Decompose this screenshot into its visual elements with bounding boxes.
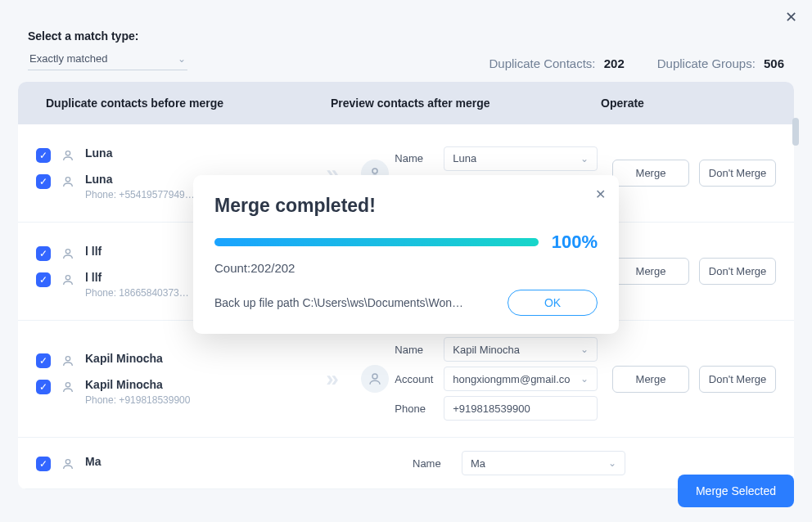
user-icon <box>61 380 75 394</box>
svg-point-1 <box>65 177 70 181</box>
contact-row: ✓ Kapil Minocha Phone: +919818539900 <box>36 373 309 411</box>
checkbox-icon[interactable]: ✓ <box>36 246 51 261</box>
chevron-down-icon: ⌄ <box>580 373 589 385</box>
svg-point-2 <box>372 169 377 173</box>
user-icon <box>61 246 75 261</box>
svg-point-4 <box>65 275 70 279</box>
checkbox-icon[interactable]: ✓ <box>36 174 51 189</box>
group-row: ✓ Kapil Minocha ✓ Kapil Minocha Phone: +… <box>18 321 794 438</box>
user-icon <box>61 174 75 189</box>
contact-row: ✓ Ma <box>36 450 323 476</box>
chevron-down-icon: ⌄ <box>580 153 589 164</box>
match-type-value: Exactly matched <box>29 52 107 65</box>
dont-merge-button[interactable]: Don't Merge <box>699 258 776 285</box>
preview-name-select[interactable]: Luna⌄ <box>444 146 598 171</box>
preview-name-select[interactable]: Kapil Minocha⌄ <box>444 337 598 362</box>
contact-name: Ma <box>85 455 101 468</box>
svg-point-5 <box>65 357 70 361</box>
progress-percent: 100% <box>552 232 598 253</box>
dup-contacts-stat: Duplicate Contacts: 202 <box>489 56 624 70</box>
checkbox-icon[interactable]: ✓ <box>36 148 51 163</box>
svg-point-6 <box>65 383 70 387</box>
chevron-down-icon: ⌄ <box>178 53 186 65</box>
dup-groups-label: Duplicate Groups: <box>657 56 756 70</box>
preview-name-value: Kapil Minocha <box>453 344 520 356</box>
avatar <box>361 365 389 393</box>
svg-point-3 <box>65 249 70 253</box>
user-icon <box>61 148 75 163</box>
preview-account-value: hongxiongmm@gmail.co <box>453 373 570 385</box>
chevron-down-icon: ⌄ <box>608 457 616 469</box>
match-type-label: Select a match type: <box>28 29 784 43</box>
progress-bar <box>214 238 539 246</box>
dup-groups-stat: Duplicate Groups: 506 <box>657 56 784 70</box>
merge-button[interactable]: Merge <box>612 366 689 393</box>
modal-title: Merge completed! <box>214 195 598 217</box>
preview-name-label: Name <box>413 457 462 470</box>
close-icon: ✕ <box>785 9 797 25</box>
contact-name: Luna <box>85 146 112 160</box>
col-preview: Preview contacts after merge <box>331 97 593 110</box>
merge-button[interactable]: Merge <box>612 160 689 187</box>
checkbox-icon[interactable]: ✓ <box>36 353 51 368</box>
window-close-button[interactable]: ✕ <box>785 10 797 25</box>
modal-close-button[interactable]: ✕ <box>595 187 606 202</box>
merge-complete-modal: ✕ Merge completed! 100% Count:202/202 Ba… <box>193 175 619 334</box>
contact-phone: Phone: +55419577949… <box>85 189 195 200</box>
stats: Duplicate Contacts: 202 Duplicate Groups… <box>489 56 784 70</box>
scrollbar[interactable] <box>792 118 799 146</box>
match-type-select[interactable]: Exactly matched ⌄ <box>28 49 187 70</box>
chevron-down-icon: ⌄ <box>580 344 589 355</box>
col-operate: Operate <box>593 97 776 110</box>
dont-merge-button[interactable]: Don't Merge <box>699 160 776 187</box>
preview-name-value: Luna <box>453 152 476 164</box>
contact-name: Luna <box>85 173 195 186</box>
contact-phone: Phone: +919818539900 <box>85 394 190 406</box>
checkbox-icon[interactable]: ✓ <box>36 457 51 471</box>
dup-groups-value: 506 <box>764 56 784 70</box>
preview-phone-label: Phone <box>395 403 444 415</box>
preview-account-select[interactable]: hongxiongmm@gmail.co⌄ <box>444 367 598 391</box>
svg-point-8 <box>65 460 70 464</box>
preview-name-label: Name <box>395 344 444 356</box>
merge-button[interactable]: Merge <box>612 258 689 285</box>
table-head: Duplicate contacts before merge Preview … <box>18 82 794 124</box>
contact-phone: Phone: 18665840373… <box>85 287 189 299</box>
preview-account-label: Account <box>395 373 444 385</box>
svg-point-7 <box>372 374 377 379</box>
progress-count: Count:202/202 <box>214 261 598 275</box>
preview-phone-select[interactable]: +919818539900 <box>444 396 598 421</box>
dup-contacts-value: 202 <box>604 56 625 70</box>
preview-phone-value: +919818539900 <box>453 403 530 415</box>
checkbox-icon[interactable]: ✓ <box>36 272 51 287</box>
preview-name-label: Name <box>395 152 444 164</box>
backup-path: Back up file path C:\Users\ws\Documents\… <box>214 296 494 309</box>
col-before: Duplicate contacts before merge <box>36 97 331 110</box>
svg-point-0 <box>65 151 70 155</box>
contact-name: Kapil Minocha <box>85 352 163 365</box>
contact-name: l llf <box>85 271 189 284</box>
dont-merge-button[interactable]: Don't Merge <box>699 366 776 393</box>
double-arrow-icon: » <box>326 366 339 392</box>
preview-name-value: Ma <box>471 457 485 470</box>
contact-row: ✓ Kapil Minocha <box>36 347 309 373</box>
contact-row: ✓ Luna <box>36 142 309 168</box>
user-icon <box>61 457 75 471</box>
dup-contacts-label: Duplicate Contacts: <box>489 56 595 70</box>
contact-name: Kapil Minocha <box>85 378 190 391</box>
contact-name: l llf <box>85 245 102 258</box>
close-icon: ✕ <box>595 187 606 201</box>
ok-button[interactable]: OK <box>508 290 598 316</box>
checkbox-icon[interactable]: ✓ <box>36 380 51 394</box>
merge-selected-button[interactable]: Merge Selected <box>678 475 794 507</box>
user-icon <box>61 353 75 368</box>
user-icon <box>61 272 75 287</box>
header: Select a match type: Exactly matched ⌄ D… <box>0 0 812 70</box>
preview-name-select[interactable]: Ma⌄ <box>462 451 625 475</box>
